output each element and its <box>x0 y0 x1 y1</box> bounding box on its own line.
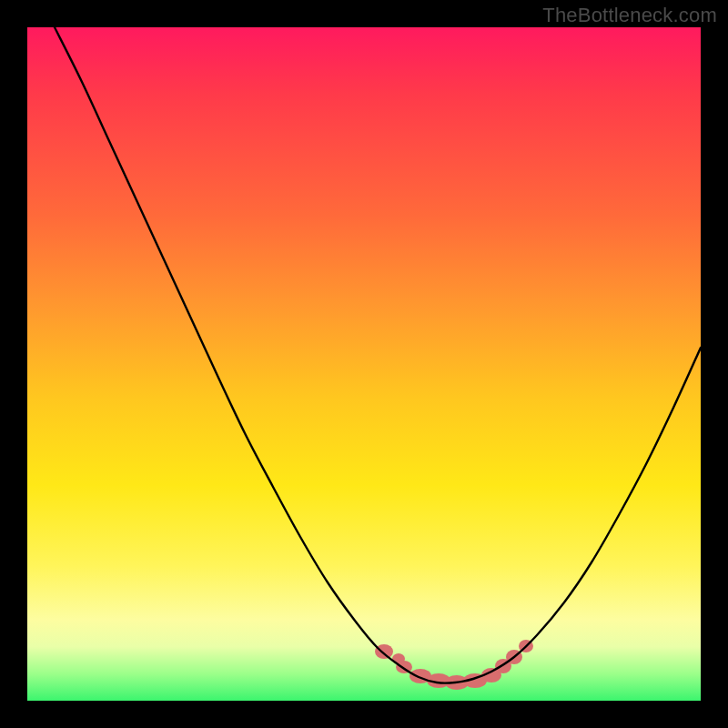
curve-layer <box>27 27 701 701</box>
plot-area <box>27 27 701 701</box>
watermark-text: TheBottleneck.com <box>542 4 717 27</box>
bottleneck-curve <box>55 27 701 683</box>
chart-frame: TheBottleneck.com <box>0 0 728 728</box>
